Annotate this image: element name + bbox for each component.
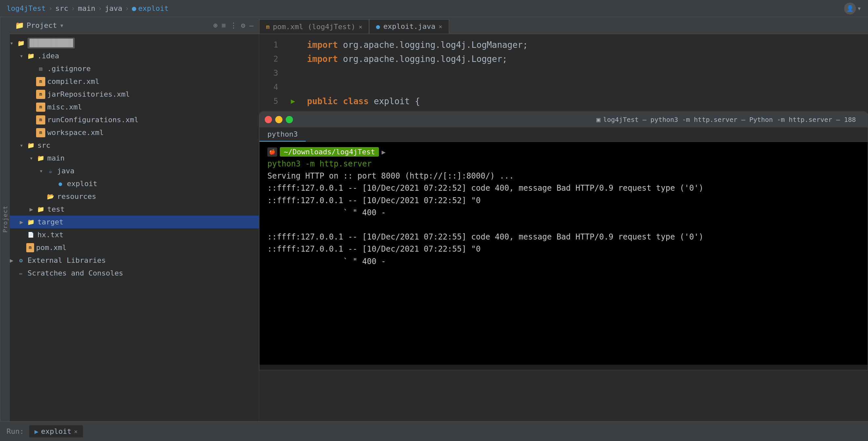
breadcrumb: log4jTest › src › main › java › ● exploi… (6, 4, 168, 12)
traffic-light-yellow[interactable] (275, 116, 282, 123)
terminal-output-7: ::ffff:127.0.0.1 -- [10/Dec/2021 07:22:5… (267, 243, 860, 255)
close-exploit-tab[interactable]: ✕ (439, 23, 442, 30)
tree-workspace-xml[interactable]: m workspace.xml (10, 126, 259, 139)
tree-target[interactable]: ▶ 📁 target (10, 215, 259, 228)
run-tab-icon: ▶ (34, 428, 38, 435)
prompt-path: ~/Downloads/log4jTest (280, 147, 379, 157)
terminal-output-4: ` " 400 - (267, 207, 860, 219)
sync-icon[interactable]: ⊕ (213, 21, 217, 30)
tree-root[interactable]: ▾ 📁 ██████████ (10, 37, 259, 49)
tree-src[interactable]: ▾ 📁 src (10, 139, 259, 152)
title-bar: log4jTest › src › main › java › ● exploi… (0, 0, 868, 17)
terminal-body[interactable]: 🍎 ~/Downloads/log4jTest ▶ python3 -m htt… (259, 142, 868, 365)
run-tab-label: exploit (41, 427, 71, 435)
sidebar-vertical-label[interactable]: Project (0, 17, 10, 421)
traffic-light-green[interactable] (286, 116, 293, 123)
tree-external-libs[interactable]: ▶ ⚙ External Libraries (10, 254, 259, 267)
terminal-title: ▣ log4jTest — python3 -m http.server — P… (296, 116, 862, 124)
dropdown-chevron[interactable]: ▾ (857, 4, 862, 12)
run-bar: Run: ▶ exploit ✕ (0, 421, 868, 441)
breadcrumb-sep1: › (48, 4, 53, 12)
sidebar-content: 📁 Project ▾ ⊕ ≡ ⋮ ⚙ — ▾ 📁 (10, 17, 259, 421)
tree-scratches[interactable]: ✏ Scratches and Consoles (10, 267, 259, 279)
tree-idea[interactable]: ▾ 📁 .idea (10, 49, 259, 62)
terminal-tab-python3[interactable]: python3 (259, 128, 306, 141)
terminal-output-5 (267, 219, 860, 231)
run-label: Run: (6, 427, 24, 435)
terminal-output-2: ::ffff:127.0.0.1 -- [10/Dec/2021 07:22:5… (267, 182, 860, 194)
folder-icon: 📁 (15, 21, 24, 30)
code-line-1: import org.apache.logging.log4j.LogManag… (287, 38, 868, 52)
project-label: 📁 Project ▾ (15, 21, 64, 30)
user-avatar[interactable]: 👤 (844, 3, 856, 14)
tree-resources[interactable]: 📂 resources (10, 190, 259, 203)
java-icon: ● (132, 4, 136, 12)
shell-icon: 🍎 (267, 147, 277, 157)
tree-test[interactable]: ▶ 📁 test (10, 203, 259, 215)
code-line-2: import org.apache.logging.log4j.Logger; (287, 52, 868, 66)
breadcrumb-main: main (78, 4, 95, 12)
tree-misc-xml[interactable]: m misc.xml (10, 101, 259, 113)
breadcrumb-sep2: › (71, 4, 75, 12)
terminal-command-line: python3 -m http.server (267, 158, 860, 170)
terminal-overlay: ▣ log4jTest — python3 -m http.server — P… (259, 111, 868, 370)
run-tab-exploit[interactable]: ▶ exploit ✕ (29, 425, 83, 437)
prompt-arrow: ▶ (381, 148, 385, 156)
code-line-5: ▶ public class exploit { (287, 94, 868, 108)
tab-pom[interactable]: m pom.xml (log4jTest) ✕ (259, 19, 369, 34)
tree-java[interactable]: ▾ ☕ java (10, 165, 259, 177)
collapse-icon[interactable]: ≡ (221, 21, 226, 30)
toolbar-icons: ⊕ ≡ ⋮ ⚙ — (213, 21, 254, 30)
tree-compiler-xml[interactable]: m compiler.xml (10, 75, 259, 88)
expand-icon[interactable]: ⋮ (230, 21, 237, 30)
terminal-output-6: ::ffff:127.0.0.1 -- [10/Dec/2021 07:22:5… (267, 231, 860, 243)
tab-exploit[interactable]: ● exploit.java ✕ (369, 19, 449, 34)
project-toolbar: 📁 Project ▾ ⊕ ≡ ⋮ ⚙ — (10, 17, 259, 34)
terminal-output-8: ` " 400 - (267, 256, 860, 268)
project-sidebar: Project 📁 Project ▾ ⊕ ≡ ⋮ ⚙ — (0, 17, 259, 421)
terminal-output-1: Serving HTTP on :: port 8000 (http://[::… (267, 170, 860, 182)
tree-exploit[interactable]: ● exploit (10, 177, 259, 190)
tree-jar-xml[interactable]: m jarRepositories.xml (10, 88, 259, 101)
editor-tabs: m pom.xml (log4jTest) ✕ ● exploit.java ✕ (259, 17, 868, 34)
breadcrumb-active: ● exploit (132, 4, 168, 12)
tree-main[interactable]: ▾ 📁 main (10, 152, 259, 165)
code-line-4 (287, 80, 868, 94)
run-tab-close[interactable]: ✕ (74, 428, 78, 435)
close-pom-tab[interactable]: ✕ (359, 23, 363, 30)
tree-pom-xml[interactable]: m pom.xml (10, 241, 259, 254)
tree-gitignore[interactable]: ▤ .gitignore (10, 62, 259, 75)
pom-tab-icon: m (266, 23, 270, 30)
file-tree: ▾ 📁 ██████████ ▾ 📁 .idea ▤ .gitignore (10, 34, 259, 421)
java-tab-icon: ● (376, 23, 380, 31)
settings-icon[interactable]: ⚙ (241, 21, 245, 30)
breadcrumb-java: java (105, 4, 122, 12)
terminal-output-3: ::ffff:127.0.0.1 -- [10/Dec/2021 07:22:5… (267, 195, 860, 207)
code-line-3 (287, 66, 868, 80)
terminal-titlebar: ▣ log4jTest — python3 -m http.server — P… (259, 112, 868, 128)
terminal-prompt: 🍎 ~/Downloads/log4jTest ▶ (267, 147, 860, 157)
breadcrumb-sep4: › (125, 4, 129, 12)
minimize-icon[interactable]: — (249, 21, 254, 30)
tree-runconfigs-xml[interactable]: m runConfigurations.xml (10, 113, 259, 126)
project-name: log4jTest (6, 4, 45, 12)
run-button-line5[interactable]: ▶ (291, 95, 295, 107)
traffic-light-red[interactable] (265, 116, 272, 123)
title-bar-right: 👤 ▾ (844, 3, 862, 14)
terminal-tab-bar: python3 (259, 128, 868, 142)
breadcrumb-src: src (55, 4, 68, 12)
tree-hx-txt[interactable]: 📄 hx.txt (10, 228, 259, 241)
project-dropdown-arrow[interactable]: ▾ (60, 21, 64, 30)
breadcrumb-sep3: › (98, 4, 102, 12)
